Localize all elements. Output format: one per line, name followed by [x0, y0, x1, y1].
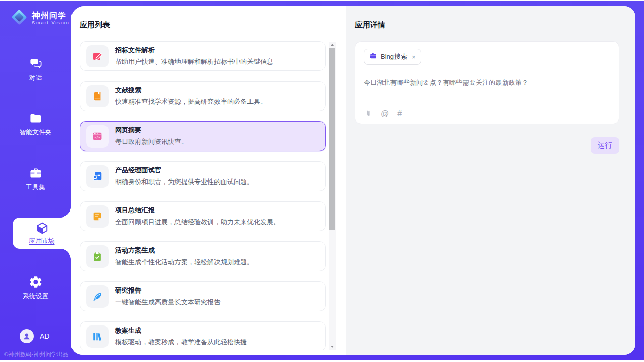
at-icon[interactable]: @: [381, 110, 389, 118]
report-icon: [86, 285, 109, 308]
sidebar-item-label: 对话: [29, 74, 42, 82]
gear-icon: [29, 275, 43, 289]
app-card-description: 快速精准查找学术资源，提高研究效率的必备工具。: [115, 97, 267, 106]
app-card-title: 活动方案生成: [115, 246, 254, 255]
app-card[interactable]: 产品经理面试官明确身份和职责，为您提供专业性的面试问题。: [80, 161, 326, 191]
cube-icon: [35, 221, 49, 235]
sidebar-item-chat[interactable]: 对话: [0, 57, 71, 82]
toolbox-icon: [29, 166, 43, 180]
diamond-logo-icon: [10, 8, 28, 28]
app-card-title: 项目总结汇报: [115, 206, 280, 215]
app-list-panel: 应用列表 招标文件解析帮助用户快速、准确地理解和解析招标书中的关键信息文献搜索快…: [71, 6, 346, 355]
prompt-toolbar: @ #: [364, 109, 402, 118]
app-card[interactable]: 研究报告一键智能生成高质量长文本研究报告: [80, 281, 326, 311]
sidebar-item-label: 系统设置: [23, 292, 48, 301]
clipboard-icon: [86, 245, 109, 268]
app-detail-title: 应用详情: [355, 20, 619, 30]
scrollbar-down-arrow-icon[interactable]: [329, 343, 336, 350]
app-card[interactable]: 文献搜索快速精准查找学术资源，提高研究效率的必备工具。: [80, 81, 326, 111]
app-card-description: 智能生成个性化活动方案，轻松解决规划难题。: [115, 258, 254, 267]
scrollbar-track[interactable]: [329, 42, 336, 350]
sidebar: 神州问学 Smart Vision 对话智能文件夹工具集应用市场系统设置 AD …: [0, 1, 71, 360]
app-card-title: 网页摘要: [115, 126, 188, 135]
sidebar-item-label: 工具集: [26, 183, 45, 192]
app-card[interactable]: 招标文件解析帮助用户快速、准确地理解和解析招标书中的关键信息: [80, 41, 326, 71]
briefcase-icon: [369, 52, 377, 62]
app-card-description: 每日政府新闻资讯快查。: [115, 137, 188, 147]
folder-icon: [29, 112, 43, 125]
tool-tag-bing-search[interactable]: Bing搜索 ×: [364, 49, 421, 65]
app-card-description: 模板驱动，教案秒成，教学准备从此轻松快捷: [115, 338, 247, 347]
app-card[interactable]: 项目总结汇报全面回顾项目进展，总结经验教训，助力未来优化发展。: [80, 201, 326, 231]
app-window: 神州问学 Smart Vision 对话智能文件夹工具集应用市场系统设置 AD …: [0, 1, 644, 360]
pen-square-icon: [86, 45, 109, 67]
app-card-description: 全面回顾项目进展，总结经验教训，助力未来优化发展。: [115, 218, 280, 227]
scrollbar-up-arrow-icon[interactable]: [329, 42, 336, 48]
book-icon: [86, 85, 109, 107]
prompt-input[interactable]: Bing搜索 × 今日湖北有哪些新闻要点？有哪些需要关注的最新政策？ @ #: [355, 41, 619, 124]
app-card-title: 文献搜索: [115, 86, 267, 95]
sidebar-item-label: 应用市场: [29, 237, 55, 245]
app-card-title: 研究报告: [115, 286, 221, 295]
app-card-title: 招标文件解析: [115, 46, 273, 55]
sidebar-item-toolset[interactable]: 工具集: [0, 166, 71, 192]
run-button[interactable]: 运行: [591, 137, 619, 154]
app-card-title: 教案生成: [115, 326, 247, 335]
brand-name: 神州问学: [32, 11, 70, 20]
user-name: AD: [40, 332, 49, 340]
interview-icon: [86, 165, 109, 188]
note-icon: [86, 205, 109, 228]
browser-code-icon: </>: [86, 125, 109, 148]
close-icon[interactable]: ×: [412, 53, 416, 61]
app-card[interactable]: 教案生成模板驱动，教案秒成，教学准备从此轻松快捷: [80, 321, 326, 350]
brand-subtitle: Smart Vision: [32, 20, 70, 25]
app-list: 招标文件解析帮助用户快速、准确地理解和解析招标书中的关键信息文献搜索快速精准查找…: [80, 41, 346, 350]
svg-text:</>: </>: [95, 135, 100, 139]
run-row: 运行: [355, 137, 619, 154]
user-account[interactable]: AD: [20, 329, 49, 343]
sidebar-item-app-market[interactable]: 应用市场: [13, 218, 71, 249]
app-card-title: 产品经理面试官: [115, 166, 254, 175]
app-list-title: 应用列表: [80, 20, 346, 30]
app-card[interactable]: </>网页摘要每日政府新闻资讯快查。: [80, 121, 326, 151]
sidebar-item-label: 智能文件夹: [20, 128, 52, 137]
main-content: 应用列表 招标文件解析帮助用户快速、准确地理解和解析招标书中的关键信息文献搜索快…: [71, 6, 635, 355]
hash-icon[interactable]: #: [397, 110, 402, 118]
sidebar-item-smart-folder[interactable]: 智能文件夹: [0, 112, 71, 137]
prompt-text[interactable]: 今日湖北有哪些新闻要点？有哪些需要关注的最新政策？: [364, 78, 611, 87]
avatar[interactable]: [20, 329, 34, 343]
app-card-description: 明确身份和职责，为您提供专业性的面试问题。: [115, 177, 254, 187]
brand-logo: 神州问学 Smart Vision: [10, 8, 70, 28]
chat-icon: [29, 57, 43, 70]
scrollbar-thumb[interactable]: [329, 48, 335, 230]
books-icon: [86, 325, 109, 348]
app-card[interactable]: 活动方案生成智能生成个性化活动方案，轻松解决规划难题。: [80, 241, 326, 271]
paperclip-icon[interactable]: [364, 109, 373, 118]
app-card-description: 一键智能生成高质量长文本研究报告: [115, 298, 221, 307]
app-detail-panel: 应用详情 Bing搜索 × 今日湖北有哪些新闻要点？有哪些需要关注的最新政策？ …: [346, 6, 635, 355]
app-card-description: 帮助用户快速、准确地理解和解析招标书中的关键信息: [115, 57, 273, 66]
tool-tag-label: Bing搜索: [381, 52, 407, 61]
sidebar-item-system-settings[interactable]: 系统设置: [0, 275, 71, 301]
copyright-text: ©神州数码·神州问学出品: [4, 351, 68, 358]
